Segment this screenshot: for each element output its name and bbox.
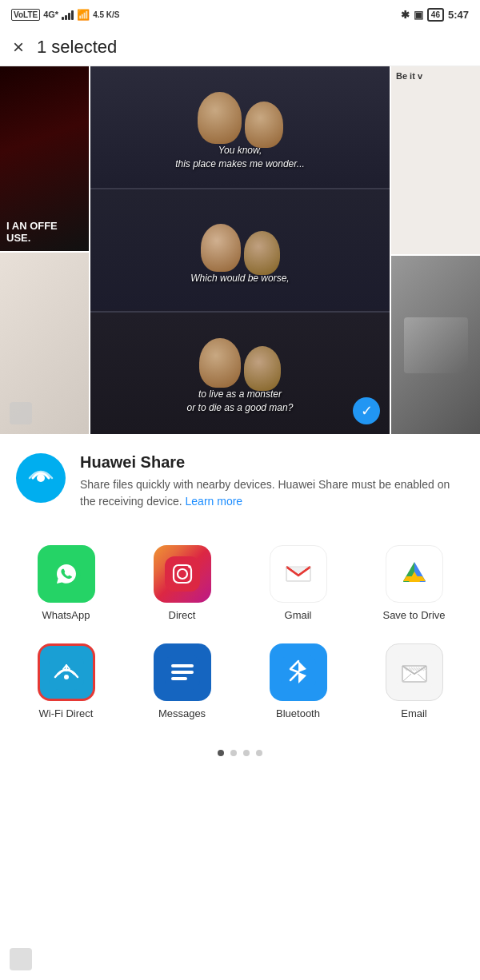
dark-cell-text: I AN OFFE USE. — [6, 220, 82, 245]
email-icon — [386, 643, 443, 701]
share-section: Huawei Share Share files quickly with ne… — [0, 434, 480, 518]
time-display: 5:47 — [448, 9, 469, 21]
top-bar: × 1 selected — [0, 29, 480, 66]
bluetooth-icon: ✱ — [401, 9, 410, 21]
svg-point-0 — [37, 474, 45, 482]
huawei-share-icon — [16, 453, 66, 503]
app-messages[interactable]: Messages — [124, 632, 240, 731]
status-left: VoLTE 4G* 📶 4.5 K/S — [11, 9, 120, 21]
wifi-indicator: 📶 — [77, 9, 90, 21]
left-column: I AN OFFE USE. — [0, 66, 90, 434]
svg-rect-20 — [49, 655, 84, 690]
status-right: ✱ ▣ 46 5:47 — [401, 8, 469, 22]
share-description: Share files quickly with nearby devices.… — [80, 476, 464, 510]
meme-line-3: to live as a monsteror to die as a good … — [187, 388, 294, 415]
messages-label: Messages — [158, 707, 206, 719]
whatsapp-label: WhatsApp — [42, 609, 90, 621]
meme-row-2: Which would be worse, — [90, 189, 390, 313]
network-indicator: 4G* — [43, 10, 58, 19]
cell-light — [0, 253, 89, 434]
meme-row-1: You know,this place makes me wonder... — [90, 66, 390, 189]
meme-image: You know,this place makes me wonder... W… — [90, 66, 390, 434]
svg-marker-19 — [403, 576, 426, 581]
right-column: Be it v — [390, 66, 480, 434]
svg-rect-25 — [171, 677, 187, 680]
wifi-direct-icon — [38, 643, 95, 701]
close-button[interactable]: × — [13, 38, 24, 57]
speed-indicator: 4.5 K/S — [93, 10, 119, 19]
gmail-label: Gmail — [285, 609, 312, 621]
svg-rect-24 — [171, 671, 194, 674]
signal-bars — [62, 9, 74, 20]
instagram-icon — [154, 545, 211, 603]
selection-count: 1 selected — [37, 37, 117, 58]
app-direct[interactable]: Direct — [124, 534, 240, 632]
cell-dark: I AN OFFE USE. — [0, 66, 89, 253]
direct-label: Direct — [169, 609, 196, 621]
share-info: Huawei Share Share files quickly with ne… — [80, 453, 464, 510]
dot-4[interactable] — [256, 750, 262, 756]
center-meme: You know,this place makes me wonder... W… — [90, 66, 390, 434]
email-label: Email — [401, 707, 427, 719]
dot-3[interactable] — [243, 750, 250, 756]
page-dots — [0, 739, 480, 769]
dot-2[interactable] — [230, 750, 237, 756]
cell-bottom-right — [391, 256, 480, 434]
bluetooth-icon — [270, 643, 327, 701]
dot-1[interactable] — [218, 750, 224, 756]
app-grid: WhatsApp Direct — [0, 518, 480, 739]
app-whatsapp[interactable]: WhatsApp — [8, 534, 124, 632]
signal-bar-3 — [68, 13, 70, 20]
app-bluetooth[interactable]: Bluetooth — [240, 632, 356, 731]
selected-checkmark[interactable]: ✓ — [353, 397, 380, 424]
wifi-direct-label: Wi-Fi Direct — [39, 707, 94, 719]
bluetooth-label: Bluetooth — [276, 707, 320, 719]
svg-rect-2 — [165, 556, 200, 592]
top-right-text: Be it v — [396, 71, 422, 81]
vibrate-icon: ▣ — [414, 9, 423, 21]
cell-top-right: Be it v — [391, 66, 480, 256]
app-gmail[interactable]: Gmail — [240, 534, 356, 632]
drive-icon — [386, 545, 443, 603]
signal-bar-2 — [65, 15, 67, 20]
app-email[interactable]: Email — [356, 632, 472, 731]
share-title: Huawei Share — [80, 453, 464, 472]
meme-row-3: to live as a monsteror to die as a good … — [90, 313, 390, 434]
svg-point-5 — [188, 565, 191, 568]
selection-box-bottom-left[interactable] — [10, 402, 32, 424]
app-drive[interactable]: Save to Drive — [356, 534, 472, 632]
gmail-icon — [270, 545, 327, 603]
battery-indicator: 46 — [427, 8, 444, 22]
drive-label: Save to Drive — [382, 609, 445, 621]
image-grid: I AN OFFE USE. You know,this place makes… — [0, 66, 480, 434]
share-wifi-icon — [26, 464, 55, 492]
meme-line-2: Which would be worse, — [190, 272, 289, 285]
meme-line-1: You know,this place makes me wonder... — [175, 144, 305, 171]
svg-point-21 — [64, 675, 69, 679]
svg-rect-23 — [171, 664, 194, 667]
signal-bar-1 — [62, 17, 64, 20]
app-wifi-direct[interactable]: Wi-Fi Direct — [8, 632, 124, 731]
messages-icon — [154, 643, 211, 701]
signal-bar-4 — [71, 10, 74, 20]
bottom-spacer — [0, 769, 480, 801]
learn-more-link[interactable]: Learn more — [186, 495, 243, 508]
volte-indicator: VoLTE — [11, 9, 40, 21]
status-bar: VoLTE 4G* 📶 4.5 K/S ✱ ▣ 46 5:47 — [0, 0, 480, 29]
whatsapp-icon — [38, 545, 95, 603]
